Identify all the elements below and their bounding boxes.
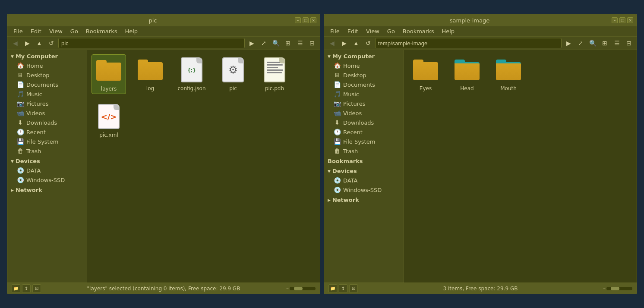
detail-view-button-left[interactable]: ⊟ (307, 38, 317, 48)
close-button-right[interactable]: × (627, 17, 633, 23)
sidebar-item-home-right[interactable]: 🏠Home (324, 61, 404, 70)
minimize-button-right[interactable]: – (612, 17, 618, 23)
sort-statusbar-btn-left[interactable]: ↕ (22, 284, 31, 293)
icon-view-button-right[interactable]: ⊞ (600, 38, 610, 48)
sidebar-header-my-computer-right[interactable]: ▼My Computer (324, 52, 404, 61)
sidebar-item-windows-ssd-right[interactable]: 💿Windows-SSD (324, 185, 404, 195)
search-button-left[interactable]: 🔍 (271, 38, 281, 48)
menu-go-left[interactable]: Go (67, 27, 82, 35)
sidebar-item-label: Trash (343, 148, 358, 154)
zoom-out-icon[interactable]: – (286, 286, 289, 292)
sidebar-item-desktop-left[interactable]: 🖥Desktop (7, 70, 87, 80)
menu-file-right[interactable]: File (327, 27, 343, 35)
scrollbar-left[interactable]: – (286, 286, 316, 292)
sidebar-item-desktop-right[interactable]: 🖥Desktop (324, 70, 404, 80)
back-button-left[interactable]: ◀ (10, 38, 20, 48)
close-button-left[interactable]: × (310, 17, 316, 23)
zoom-out-icon[interactable]: – (603, 286, 606, 292)
sidebar-item-downloads-left[interactable]: ⬇Downloads (7, 118, 87, 127)
address-bar-left[interactable] (58, 38, 245, 48)
file-item-log[interactable]: log (133, 54, 167, 94)
sidebar-item-icon: 🕐 (17, 129, 24, 135)
panel-statusbar-btn-right[interactable]: ⊡ (349, 284, 358, 293)
sidebar-item-recent-right[interactable]: 🕐Recent (324, 127, 404, 137)
sidebar-item-label: Videos (343, 110, 362, 116)
sidebar-item-home-left[interactable]: 🏠Home (7, 61, 87, 70)
sidebar-item-videos-right[interactable]: 📹Videos (324, 108, 404, 118)
menu-view-right[interactable]: View (363, 27, 383, 35)
menu-edit-right[interactable]: Edit (344, 27, 362, 35)
sidebar-item-data-left[interactable]: 💿DATA (7, 166, 87, 175)
menu-go-right[interactable]: Go (384, 27, 398, 35)
sidebar-item-icon: 🗑 (17, 148, 24, 154)
new-folder-statusbar-btn-left[interactable]: 📁 (12, 284, 20, 293)
file-item-layers[interactable]: layers (92, 54, 126, 94)
file-item-head[interactable]: Head (450, 54, 484, 93)
go-button-right[interactable]: ▶ (563, 38, 574, 48)
menu-bookmarks-left[interactable]: Bookmarks (82, 27, 121, 35)
sidebar-item-documents-left[interactable]: 📄Documents (7, 80, 87, 89)
sidebar-item-music-left[interactable]: 🎵Music (7, 89, 87, 99)
file-item-config.json[interactable]: {;}config.json (174, 54, 209, 94)
sidebar-item-trash-left[interactable]: 🗑Trash (7, 146, 87, 156)
sidebar-item-icon: 🏠 (17, 62, 24, 69)
new-folder-statusbar-btn-right[interactable]: 📁 (328, 284, 337, 293)
sidebar-item-pictures-right[interactable]: 📷Pictures (324, 99, 404, 108)
panel-statusbar-btn-left[interactable]: ⊡ (32, 284, 41, 293)
titlebar-buttons-right: –□× (612, 17, 633, 23)
up-button-left[interactable]: ▲ (34, 38, 44, 48)
forward-button-right[interactable]: ▶ (339, 38, 349, 48)
sidebar-item-icon: 📄 (17, 81, 24, 88)
menu-bookmarks-right[interactable]: Bookmarks (399, 27, 438, 35)
file-item-pic.xml[interactable]: </>pic.xml (92, 101, 126, 140)
sidebar-header-my-computer-left[interactable]: ▼My Computer (7, 52, 87, 61)
file-item-eyes[interactable]: Eyes (408, 54, 443, 93)
sidebar-item-file system-left[interactable]: 💾File System (7, 137, 87, 146)
list-view-button-right[interactable]: ☰ (612, 38, 622, 48)
sidebar-item-trash-right[interactable]: 🗑Trash (324, 146, 404, 156)
open-location-button-left[interactable]: ⤢ (259, 38, 269, 48)
sidebar-item-pictures-left[interactable]: 📷Pictures (7, 99, 87, 108)
go-button-left[interactable]: ▶ (246, 38, 257, 48)
menu-view-left[interactable]: View (46, 27, 66, 35)
sidebar-item-videos-left[interactable]: 📹Videos (7, 108, 87, 118)
menu-edit-left[interactable]: Edit (27, 27, 45, 35)
sidebar-header-devices-right[interactable]: ▼Devices (324, 167, 404, 176)
sidebar-header-network-right[interactable]: ▶Network (324, 195, 404, 204)
sidebar-item-recent-left[interactable]: 🕐Recent (7, 127, 87, 137)
open-location-button-right[interactable]: ⤢ (575, 38, 586, 48)
minimize-button-left[interactable]: – (295, 17, 301, 23)
icon-view-button-left[interactable]: ⊞ (283, 38, 293, 48)
file-name-label: Eyes (420, 85, 432, 91)
sidebar-item-downloads-right[interactable]: ⬇Downloads (324, 118, 404, 127)
list-view-button-left[interactable]: ☰ (295, 38, 305, 48)
forward-button-left[interactable]: ▶ (22, 38, 32, 48)
scrollbar-right[interactable]: – (603, 286, 632, 292)
sidebar-item-file system-right[interactable]: 💾File System (324, 137, 404, 146)
sidebar-item-data-right[interactable]: 💿DATA (324, 176, 404, 185)
search-button-right[interactable]: 🔍 (587, 38, 598, 48)
menu-help-right[interactable]: Help (438, 27, 458, 35)
maximize-button-left[interactable]: □ (303, 17, 309, 23)
up-button-right[interactable]: ▲ (351, 38, 361, 48)
sidebar-header-network-left[interactable]: ▶Network (7, 185, 87, 195)
address-bar-right[interactable] (375, 38, 562, 48)
sidebar-section-label: Network (332, 197, 359, 203)
sidebar-item-documents-right[interactable]: 📄Documents (324, 80, 404, 89)
reload-button-right[interactable]: ↺ (363, 38, 373, 48)
sidebar-item-music-right[interactable]: 🎵Music (324, 89, 404, 99)
sidebar-item-windows-ssd-left[interactable]: 💿Windows-SSD (7, 175, 87, 185)
sidebar-item-icon: ⬇ (334, 119, 341, 126)
maximize-button-right[interactable]: □ (619, 17, 625, 23)
menu-help-left[interactable]: Help (121, 27, 141, 35)
sidebar-header-devices-left[interactable]: ▼Devices (7, 157, 87, 166)
detail-view-button-right[interactable]: ⊟ (624, 38, 634, 48)
file-item-mouth[interactable]: Mouth (491, 54, 526, 93)
sidebar-item-icon: 🏠 (334, 62, 341, 69)
sort-statusbar-btn-right[interactable]: ↕ (339, 284, 347, 293)
file-item-pic.pdb[interactable]: pic.pdb (257, 54, 292, 94)
reload-button-left[interactable]: ↺ (46, 38, 57, 48)
back-button-right[interactable]: ◀ (327, 38, 337, 48)
file-item-pic[interactable]: ⚙pic (216, 54, 250, 94)
menu-file-left[interactable]: File (10, 27, 26, 35)
